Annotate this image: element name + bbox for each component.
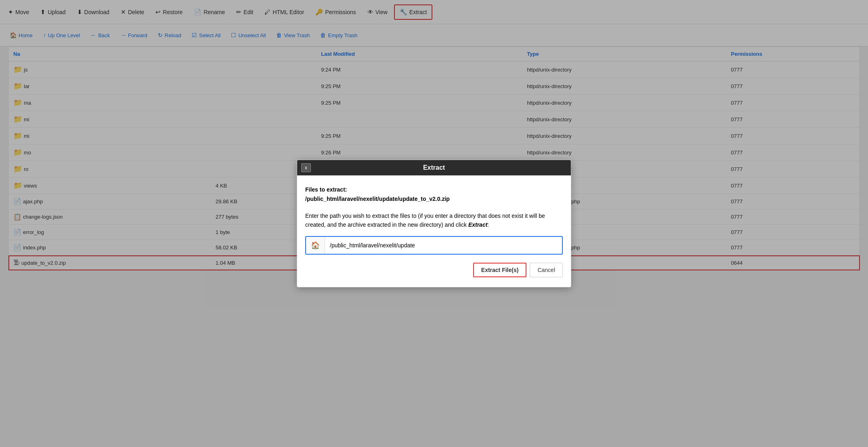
extract-files-button[interactable]: Extract File(s) [473,263,527,270]
home-input-icon: 🏠 [306,237,325,254]
extract-path-input[interactable] [325,238,562,253]
modal-title: Extract [423,164,445,171]
modal-body: Files to extract: /public_html/laravel/n… [297,175,571,270]
modal-footer: Extract File(s) Cancel [305,263,563,270]
modal-instruction: Enter the path you wish to extract the f… [305,211,563,230]
modal-files-info: Files to extract: /public_html/laravel/n… [305,185,563,203]
modal-overlay[interactable]: x Extract Files to extract: /public_html… [0,0,868,270]
files-filepath: /public_html/laravel/nexelit/update/upda… [305,196,450,202]
extract-modal: x Extract Files to extract: /public_html… [297,160,571,270]
cancel-button[interactable]: Cancel [530,263,563,270]
modal-close-button[interactable]: x [301,163,311,172]
modal-header: x Extract [297,160,571,175]
files-to-extract-label: Files to extract: [305,186,347,193]
modal-input-row: 🏠 [305,236,563,255]
